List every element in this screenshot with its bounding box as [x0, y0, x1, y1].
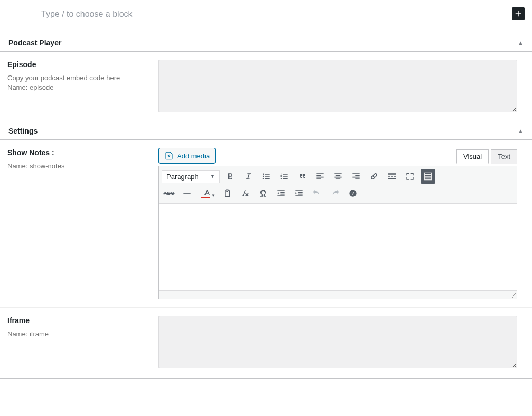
- outdent-button[interactable]: [274, 186, 288, 201]
- align-left-icon: [315, 171, 325, 182]
- redo-button[interactable]: [328, 186, 342, 201]
- show-notes-content[interactable]: [159, 204, 517, 290]
- outdent-icon: [276, 188, 286, 198]
- paste-text-button[interactable]: [220, 186, 235, 201]
- redo-icon: [330, 188, 340, 198]
- format-select-value: Paragraph: [166, 173, 199, 181]
- italic-button[interactable]: [241, 169, 256, 184]
- svg-point-3: [263, 178, 264, 179]
- tab-visual[interactable]: Visual: [456, 149, 489, 164]
- add-media-button[interactable]: Add media: [158, 148, 216, 164]
- field-input-col: [158, 316, 532, 370]
- quote-icon: [297, 171, 307, 182]
- field-input-col: Add media Visual Text Paragraph: [158, 148, 532, 299]
- field-hint: Copy your podcast embed code here Name: …: [7, 73, 151, 92]
- add-block-button[interactable]: [512, 7, 525, 20]
- add-media-label: Add media: [177, 152, 210, 160]
- paste-text-icon: [222, 188, 232, 198]
- color-swatch: [201, 197, 210, 198]
- media-icon: [164, 151, 174, 160]
- italic-icon: [243, 171, 254, 182]
- indent-button[interactable]: [292, 186, 306, 201]
- undo-button[interactable]: [310, 186, 324, 201]
- field-row-show-notes: Show Notes : Name: show-notes Add media: [0, 140, 532, 307]
- horizontal-rule-icon: [182, 188, 192, 198]
- read-more-button[interactable]: [385, 169, 399, 184]
- field-label-col: Episode Copy your podcast embed code her…: [0, 60, 158, 114]
- strikethrough-icon: ABC: [164, 191, 175, 196]
- help-button[interactable]: ?: [346, 186, 360, 201]
- clear-formatting-button[interactable]: [238, 186, 253, 201]
- clear-formatting-icon: [240, 188, 250, 198]
- svg-point-1: [263, 174, 264, 175]
- episode-textarea[interactable]: [158, 60, 517, 112]
- field-hint-line: Name: episode: [7, 83, 53, 91]
- metabox-header-settings[interactable]: Settings ▲: [0, 122, 532, 139]
- numbered-list-icon: [279, 171, 290, 182]
- fullscreen-button[interactable]: [403, 169, 417, 184]
- metabox-settings: Settings ▲ Show Notes : Name: show-notes: [0, 122, 532, 379]
- special-character-button[interactable]: [256, 186, 270, 201]
- strikethrough-button[interactable]: ABC: [162, 186, 176, 201]
- collapse-icon: ▲: [518, 128, 524, 134]
- toolbar-row: ABC ▼: [161, 185, 515, 202]
- tinymce-toolbars: Paragraph ▼: [159, 166, 517, 204]
- svg-point-2: [263, 176, 264, 177]
- bullet-list-icon: [261, 171, 272, 182]
- editor-mode-tabs: Visual Text: [454, 149, 517, 164]
- toolbar-toggle-button[interactable]: [421, 169, 435, 184]
- align-center-button[interactable]: [331, 169, 346, 184]
- chevron-down-icon: ▼: [210, 174, 215, 179]
- bold-button[interactable]: [223, 169, 238, 184]
- text-color-button[interactable]: ▼: [198, 186, 217, 201]
- link-icon: [369, 171, 379, 182]
- metabox-title: Podcast Player: [8, 39, 61, 47]
- wysiwyg-editor: Add media Visual Text Paragraph: [158, 148, 517, 299]
- default-block-placeholder[interactable]: Type / to choose a block: [5, 5, 527, 23]
- field-label-col: Iframe Name: iframe: [0, 316, 158, 370]
- indent-icon: [294, 188, 304, 198]
- resize-handle[interactable]: [509, 292, 516, 298]
- bold-icon: [225, 171, 236, 182]
- align-center-icon: [333, 171, 343, 182]
- field-hint-line: Copy your podcast embed code here: [7, 74, 120, 82]
- field-row-iframe: Iframe Name: iframe: [0, 307, 532, 378]
- blockquote-button[interactable]: [295, 169, 310, 184]
- fullscreen-icon: [405, 171, 415, 182]
- bullet-list-button[interactable]: [259, 169, 274, 184]
- toolbar-toggle-icon: [423, 171, 433, 182]
- field-row-episode: Episode Copy your podcast embed code her…: [0, 52, 532, 122]
- block-editor-canvas: Type / to choose a block: [0, 0, 532, 23]
- numbered-list-button[interactable]: [277, 169, 292, 184]
- align-right-button[interactable]: [349, 169, 363, 184]
- field-hint: Name: show-notes: [7, 162, 151, 171]
- tab-text[interactable]: Text: [491, 149, 517, 164]
- special-char-icon: [258, 188, 268, 198]
- read-more-icon: [387, 171, 397, 182]
- chevron-down-icon: ▼: [211, 193, 216, 198]
- metabox-header-podcast-player[interactable]: Podcast Player ▲: [0, 34, 532, 51]
- iframe-textarea[interactable]: [158, 316, 517, 368]
- help-icon: ?: [348, 188, 358, 198]
- svg-text:?: ?: [351, 191, 354, 196]
- metabox-body: Show Notes : Name: show-notes Add media: [0, 139, 532, 378]
- editor-statusbar: [159, 290, 517, 299]
- field-hint: Name: iframe: [7, 329, 151, 339]
- undo-icon: [312, 188, 322, 198]
- field-input-col: [158, 60, 532, 114]
- horizontal-rule-button[interactable]: [180, 186, 194, 201]
- link-button[interactable]: [367, 169, 381, 184]
- collapse-icon: ▲: [518, 40, 524, 46]
- field-label: Iframe: [7, 316, 151, 326]
- align-left-button[interactable]: [313, 169, 328, 184]
- metabox-title: Settings: [8, 127, 38, 135]
- format-select[interactable]: Paragraph ▼: [162, 170, 220, 183]
- metabox-podcast-player: Podcast Player ▲ Episode Copy your podca…: [0, 34, 532, 122]
- field-label-col: Show Notes : Name: show-notes: [0, 148, 158, 299]
- toolbar-row: Paragraph ▼: [161, 168, 515, 185]
- field-label: Show Notes :: [7, 148, 151, 158]
- align-right-icon: [351, 171, 361, 182]
- plus-icon: [514, 9, 523, 18]
- tinymce-container: Paragraph ▼: [158, 166, 517, 299]
- metabox-body: Episode Copy your podcast embed code her…: [0, 51, 532, 122]
